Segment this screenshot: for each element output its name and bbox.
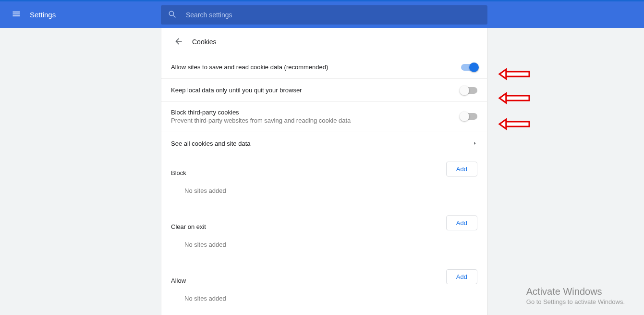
windows-watermark: Activate Windows Go to Settings to activ… (526, 286, 625, 305)
annotation-arrow-1 (498, 67, 531, 81)
row-see-all-cookies[interactable]: See all cookies and site data (161, 131, 487, 156)
toggle-block-third-party[interactable] (461, 113, 477, 120)
add-allow-button[interactable]: Add (446, 269, 477, 284)
row-block-third-party[interactable]: Block third-party cookies Prevent third-… (161, 102, 487, 131)
section-clear-on-exit: Clear on exit Add (161, 210, 487, 232)
row-label: See all cookies and site data (171, 140, 251, 147)
svg-rect-1 (506, 96, 529, 101)
content-panel: Cookies Allow sites to save and read coo… (161, 28, 487, 315)
svg-rect-2 (506, 122, 529, 126)
allow-empty: No sites added (161, 286, 487, 307)
row-keep-local[interactable]: Keep local data only until you quit your… (161, 79, 487, 102)
search-icon (168, 10, 186, 21)
row-label: Allow sites to save and read cookie data… (171, 63, 328, 71)
page-title: Cookies (192, 38, 217, 46)
header-title: Settings (30, 11, 56, 19)
block-empty: No sites added (161, 178, 487, 210)
search-input[interactable] (186, 11, 481, 19)
section-block: Block Add (161, 156, 487, 178)
watermark-sub: Go to Settings to activate Windows. (526, 298, 625, 305)
hamburger-icon (12, 9, 21, 20)
toggle-allow-cookies[interactable] (461, 64, 477, 71)
annotation-arrow-2 (498, 91, 531, 105)
section-label: Allow (171, 277, 186, 284)
section-label: Block (171, 169, 186, 176)
section-allow: Allow Add (161, 264, 487, 286)
search-bar[interactable] (161, 5, 487, 25)
chevron-right-icon (473, 140, 477, 147)
clear-empty: No sites added (161, 232, 487, 264)
row-allow-cookies[interactable]: Allow sites to save and read cookie data… (161, 56, 487, 79)
toggle-keep-local[interactable] (461, 87, 477, 94)
row-label: Block third-party cookies (171, 109, 239, 116)
add-clear-button[interactable]: Add (446, 215, 477, 230)
section-label: Clear on exit (171, 223, 206, 230)
add-block-button[interactable]: Add (446, 162, 477, 176)
menu-button[interactable] (5, 3, 28, 26)
svg-rect-0 (506, 72, 529, 76)
row-sublabel: Prevent third-party websites from saving… (171, 117, 351, 124)
watermark-title: Activate Windows (526, 286, 625, 297)
app-header: Settings (0, 1, 644, 28)
arrow-left-icon (174, 37, 183, 48)
back-button[interactable] (171, 34, 186, 50)
annotation-arrow-3 (498, 117, 531, 131)
row-label: Keep local data only until you quit your… (171, 87, 302, 94)
